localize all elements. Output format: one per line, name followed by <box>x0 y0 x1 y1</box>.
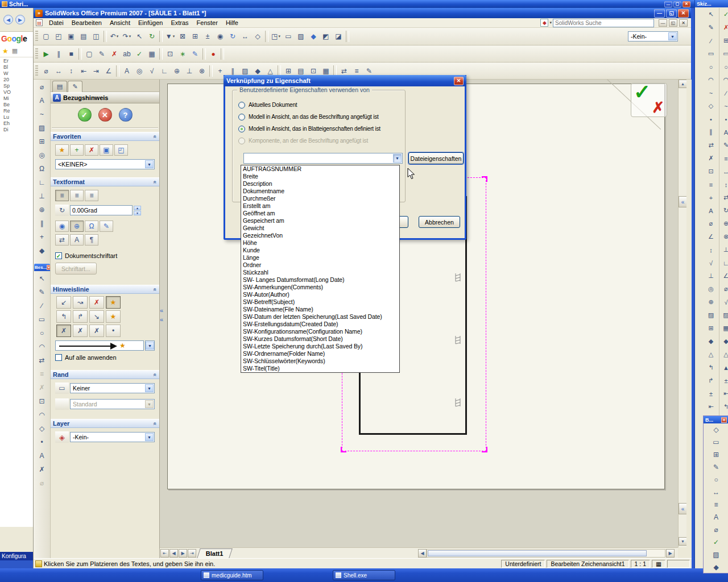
mdi-minimize-button[interactable]: — <box>659 19 667 27</box>
property-list-item[interactable]: Stückzahl <box>241 269 399 276</box>
delete-icon[interactable]: ✗ <box>108 48 121 60</box>
tolerance-icon[interactable]: ⊕ <box>705 296 717 308</box>
property-list-item[interactable]: Kunde <box>241 247 399 254</box>
hyperlink-icon[interactable]: ◉ <box>55 221 69 232</box>
hatch-icon[interactable]: ▨ <box>710 548 722 561</box>
scroll-left-icon[interactable]: ◀ <box>418 549 427 558</box>
table-icon[interactable]: ⊞ <box>36 135 48 148</box>
property-list-item[interactable]: SW-Konfigurationsname(Configuration Name… <box>241 328 399 335</box>
property-list-item[interactable]: SW-Ordnername(Folder Name) <box>241 350 399 357</box>
mirror-icon[interactable]: ⇄ <box>705 139 717 151</box>
angle-input[interactable] <box>70 205 133 215</box>
tab-feature-manager[interactable]: ▤ <box>52 81 67 92</box>
property-combo[interactable]: ▼ <box>243 153 403 164</box>
balloon-icon[interactable]: ◎ <box>36 149 48 161</box>
shaded-view-icon[interactable]: ◆ <box>307 30 320 43</box>
spline-icon[interactable]: ~ <box>705 87 717 99</box>
wireframe-icon[interactable]: ▭ <box>282 30 295 43</box>
favorites-combo[interactable]: <KEINER> ▼ <box>55 159 155 169</box>
rotate-view-icon[interactable]: ↻ <box>226 30 239 43</box>
arrow-style-combo[interactable]: ▼ <box>145 340 155 351</box>
polygon-icon[interactable]: ◇ <box>705 100 717 112</box>
block-icon[interactable]: ◆ <box>705 335 717 347</box>
section-view-icon[interactable]: ◪ <box>332 30 345 43</box>
section-rand[interactable]: Rand « <box>51 370 159 379</box>
property-list-item[interactable]: Description <box>241 180 399 188</box>
arc-icon[interactable]: ◠ <box>705 74 717 86</box>
fit-text-icon[interactable]: A <box>70 234 84 246</box>
bg-close-button[interactable]: ✕ <box>682 1 690 7</box>
erase-icon[interactable]: ✗ <box>36 463 48 476</box>
titlebar[interactable]: » SolidWorks Office Premium 2007 - [SÄUL… <box>34 8 691 18</box>
move-icon[interactable]: ↔ <box>720 165 728 177</box>
vertical-dimension-icon[interactable]: ↕ <box>65 65 77 77</box>
plusminus-icon[interactable]: ± <box>705 388 717 400</box>
close-button[interactable]: ✕ <box>678 9 689 18</box>
menu-item[interactable]: Extras <box>167 19 192 27</box>
center-mark-icon[interactable]: + <box>705 192 717 203</box>
rectangle-icon[interactable]: ▭ <box>705 48 717 60</box>
image-icon[interactable]: ▦ <box>720 322 728 334</box>
star-leader-icon[interactable]: ★ <box>106 310 121 323</box>
collapse-chevron-icon[interactable]: « <box>152 373 159 376</box>
straight-leader-icon[interactable]: ↘ <box>89 310 104 323</box>
bent-leader-icon[interactable]: ↰ <box>56 310 71 323</box>
font-button[interactable]: Schriftart... <box>55 263 97 275</box>
property-list-item[interactable]: SW-Letzte Speicherung durch(Last Saved B… <box>241 343 399 350</box>
forward-button[interactable]: ▶ <box>15 15 25 24</box>
print-preview-icon[interactable]: ◫ <box>90 30 102 43</box>
hatch-icon[interactable]: ▨ <box>720 309 728 321</box>
property-list-item[interactable]: Durchmeßer <box>241 195 399 202</box>
rectangle-icon[interactable]: ▭ <box>710 436 722 448</box>
new-document-icon[interactable]: ▢ <box>40 30 52 43</box>
cancel-button[interactable]: Abbrechen <box>419 216 460 228</box>
scroll-right-icon[interactable]: ▶ <box>666 549 675 558</box>
dimension-icon[interactable]: ⌀ <box>36 81 48 93</box>
cancel-icon[interactable]: ✗ <box>720 22 728 34</box>
collapse-chevron-icon[interactable]: « <box>679 196 687 207</box>
solid-triangle-icon[interactable]: ▲ <box>720 361 728 373</box>
selection-filter-icon[interactable]: ▼ <box>164 30 176 43</box>
align-left-icon[interactable]: ≡ <box>55 190 69 201</box>
favorite-delete-icon[interactable]: ✗ <box>85 144 98 156</box>
trim-icon[interactable]: ✗ <box>36 381 48 394</box>
vertical-dimension-icon[interactable]: ↕ <box>705 244 717 256</box>
revision-icon[interactable]: △ <box>705 348 717 360</box>
cancel-button[interactable]: ✕ <box>98 108 112 122</box>
point-icon[interactable]: • <box>705 113 717 125</box>
block-icon[interactable]: ◆ <box>720 335 728 347</box>
surface-finish-icon[interactable]: √ <box>720 296 728 308</box>
insert-symbol-icon[interactable]: Ω <box>85 221 98 232</box>
property-list-item[interactable]: AUFTRAGSNUMMER <box>241 165 399 173</box>
mirror-icon[interactable]: ⇄ <box>720 192 728 203</box>
3d-drawing-view-icon[interactable]: ◇ <box>251 30 264 43</box>
star-icon[interactable]: ★ <box>2 47 9 55</box>
collapse-panel-icon[interactable]: « <box>160 307 165 314</box>
align-center-icon[interactable]: ≡ <box>70 190 84 201</box>
tolerance-icon[interactable]: ⊕ <box>720 218 728 230</box>
confirm-cancel-icon[interactable]: ✗ <box>652 99 664 117</box>
pencil-icon[interactable]: ✎ <box>720 139 728 151</box>
circle-icon[interactable]: ○ <box>36 327 48 339</box>
convert-icon[interactable]: ⊡ <box>36 395 48 408</box>
bent-leader-right-icon[interactable]: ↱ <box>73 310 88 323</box>
taskbar-button[interactable]: Shell.exe <box>333 570 395 580</box>
property-list-item[interactable]: SW-Dateiname(File Name) <box>241 306 399 313</box>
move-icon[interactable]: ↔ <box>710 486 722 498</box>
scroll-up-icon[interactable]: ▲ <box>679 80 687 88</box>
rotate-icon[interactable]: ↻ <box>720 205 728 217</box>
apply-all-checkbox[interactable]: ✓ <box>55 354 62 361</box>
property-list-item[interactable]: SW- Langes Datumsformat(Long Date) <box>241 276 399 284</box>
sketch-toolbar-titlebar[interactable]: Skiz... <box>695 0 728 7</box>
auto-leader-icon[interactable]: ★ <box>106 296 121 309</box>
align-left-icon[interactable]: ⇤ <box>705 401 717 413</box>
ok-button[interactable]: ✓ <box>78 108 92 122</box>
baseline-dimension-icon[interactable]: ⇤ <box>77 65 90 77</box>
check-icon[interactable]: ✓ <box>133 48 146 60</box>
collapse-chevron-icon[interactable]: « <box>679 503 687 514</box>
zoom-selected-icon[interactable]: ◉ <box>214 30 226 43</box>
corner-icon[interactable]: ∟ <box>720 257 728 269</box>
property-list-item[interactable]: Dokumentname <box>241 188 399 195</box>
fillet-icon[interactable]: ◠ <box>36 409 48 421</box>
section-layer[interactable]: Layer « <box>51 419 159 428</box>
